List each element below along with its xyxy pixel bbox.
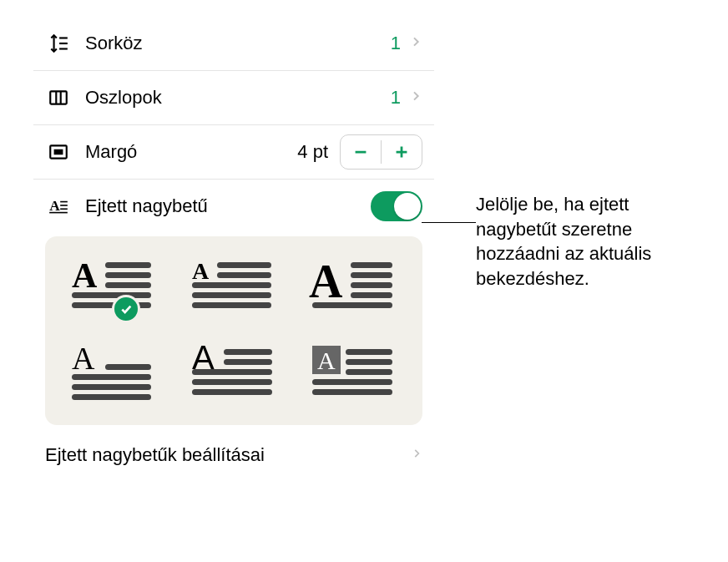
- row-margin: Margó 4 pt: [33, 125, 434, 180]
- svg-rect-40: [224, 349, 272, 355]
- line-spacing-icon: [45, 30, 72, 57]
- drop-cap-style-grid: A A A: [45, 236, 422, 425]
- svg-rect-36: [72, 374, 151, 380]
- drop-cap-style-1[interactable]: A: [57, 251, 170, 323]
- svg-text:A: A: [72, 256, 98, 295]
- margin-label: Margó: [85, 141, 297, 163]
- drop-cap-icon: A: [45, 193, 72, 220]
- svg-rect-42: [192, 369, 272, 375]
- columns-value: 1: [391, 87, 401, 109]
- svg-rect-27: [192, 302, 271, 308]
- drop-cap-style-4[interactable]: A: [57, 338, 170, 410]
- svg-rect-26: [192, 292, 271, 298]
- svg-rect-19: [105, 282, 151, 288]
- line-spacing-label: Sorköz: [85, 33, 391, 54]
- svg-rect-7: [54, 149, 63, 155]
- margin-increase-button[interactable]: [382, 135, 422, 169]
- toggle-knob: [394, 193, 421, 220]
- svg-rect-30: [351, 272, 392, 278]
- drop-cap-settings-link[interactable]: Ejtett nagybetűk beállításai: [33, 430, 434, 480]
- svg-rect-41: [224, 359, 272, 365]
- drop-cap-toggle[interactable]: [371, 191, 422, 221]
- svg-text:A: A: [192, 258, 210, 284]
- formatting-panel: Sorköz 1 Oszlopok 1 Margó 4 pt: [33, 17, 434, 480]
- chevron-right-icon: [409, 86, 422, 109]
- line-spacing-value: 1: [391, 33, 401, 54]
- svg-rect-25: [192, 282, 271, 288]
- svg-rect-37: [72, 384, 151, 390]
- svg-rect-33: [312, 302, 392, 308]
- svg-rect-51: [312, 389, 392, 395]
- drop-cap-style-6[interactable]: A: [297, 338, 411, 410]
- drop-cap-style-3[interactable]: A: [297, 251, 411, 323]
- svg-text:A: A: [72, 341, 95, 376]
- callout-leader-line: [422, 222, 476, 223]
- margin-stepper: [340, 134, 422, 170]
- svg-text:A: A: [317, 347, 336, 374]
- drop-cap-style-5[interactable]: A: [177, 338, 291, 410]
- svg-rect-43: [192, 379, 272, 385]
- callout-text: Jelölje be, ha ejtett nagybetűt szeretne…: [476, 192, 701, 291]
- selected-check-icon: [112, 295, 140, 323]
- svg-rect-49: [346, 369, 392, 375]
- svg-rect-32: [351, 292, 392, 298]
- row-columns[interactable]: Oszlopok 1: [33, 71, 434, 125]
- margin-value: 4 pt: [297, 141, 328, 163]
- row-drop-cap: A Ejtett nagybetű: [33, 180, 434, 233]
- chevron-right-icon: [411, 445, 422, 465]
- svg-rect-31: [351, 282, 392, 288]
- svg-text:A: A: [309, 256, 343, 307]
- svg-rect-20: [72, 292, 151, 298]
- drop-cap-style-2[interactable]: A: [177, 251, 291, 323]
- svg-rect-48: [346, 359, 392, 365]
- svg-rect-35: [105, 364, 151, 370]
- columns-icon: [45, 84, 72, 111]
- svg-rect-47: [346, 349, 392, 355]
- svg-rect-50: [312, 379, 392, 385]
- columns-label: Oszlopok: [85, 87, 391, 109]
- drop-cap-label: Ejtett nagybetű: [85, 195, 371, 217]
- drop-cap-settings-label: Ejtett nagybetűk beállításai: [45, 444, 411, 466]
- svg-rect-17: [105, 262, 151, 268]
- svg-rect-23: [217, 262, 271, 268]
- svg-rect-18: [105, 272, 151, 278]
- row-line-spacing[interactable]: Sorköz 1: [33, 17, 434, 71]
- svg-rect-24: [217, 272, 271, 278]
- svg-rect-44: [192, 389, 272, 395]
- margin-icon: [45, 139, 72, 165]
- svg-text:A: A: [49, 198, 60, 214]
- svg-rect-29: [351, 262, 392, 268]
- chevron-right-icon: [409, 32, 422, 55]
- svg-rect-3: [50, 91, 67, 104]
- margin-decrease-button[interactable]: [341, 135, 381, 169]
- svg-rect-38: [72, 394, 151, 400]
